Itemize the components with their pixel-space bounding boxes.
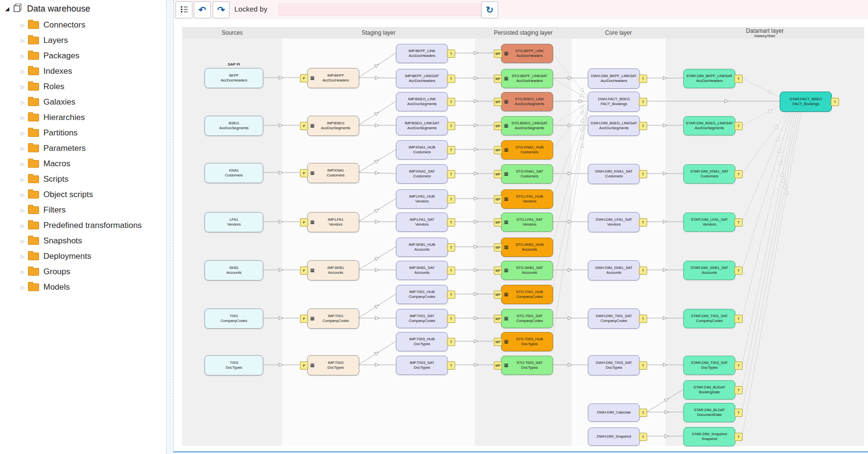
tree-expanded-icon[interactable]: ◢ bbox=[3, 6, 12, 12]
node-stg-lfa1-hub[interactable]: WP▦STG.LFA1_HUBVendors bbox=[501, 189, 553, 209]
node-imp-kna1[interactable]: P▦IMP.KNA1Customers bbox=[307, 163, 359, 183]
load-tag[interactable]: WP bbox=[494, 338, 502, 346]
transform-tag[interactable]: T bbox=[447, 146, 455, 154]
node-dwh-skb1[interactable]: TDWH.DIM_SKB1_SATAccounts bbox=[588, 260, 640, 280]
tree-collapsed-icon[interactable]: ▷ bbox=[18, 100, 27, 105]
transform-tag[interactable]: T bbox=[734, 170, 743, 178]
tree-item-partitions[interactable]: ▷Partitions bbox=[0, 125, 166, 141]
node-dwh-bseg[interactable]: TDWH.DIM_BSEG_LINKSATAccDocSegments bbox=[588, 116, 640, 136]
node-star-fact[interactable]: TSTAR.FACT_BSEGFACT_Bookings bbox=[780, 92, 832, 112]
transform-tag[interactable]: T bbox=[734, 433, 743, 441]
node-imp-lfa1[interactable]: P▦IMP.LFA1Vendors bbox=[307, 212, 359, 232]
load-tag[interactable]: WP bbox=[494, 146, 502, 154]
tree-collapsed-icon[interactable]: ▷ bbox=[18, 53, 27, 59]
node-star-bseg[interactable]: TSTAR.DIM_BSEG_LINKSATAccDocSegments bbox=[683, 116, 735, 135]
node-stg-kna1-sat[interactable]: WP▦STG.KNA1_SATCustomers bbox=[501, 164, 553, 184]
node-dwh-cal[interactable]: TDWH.DIM_Calendar bbox=[588, 403, 640, 422]
transform-tag[interactable]: T bbox=[639, 361, 647, 370]
node-dwh-snap[interactable]: TDWH.DIM_Snapshot bbox=[588, 427, 640, 446]
tree-item-galaxies[interactable]: ▷Galaxies bbox=[0, 94, 166, 110]
load-tag[interactable]: WP bbox=[494, 98, 502, 106]
node-impo-t003-sat[interactable]: TIMP.T003_SATDocTypes bbox=[396, 356, 448, 375]
transform-tag[interactable]: T bbox=[734, 409, 743, 417]
transform-tag[interactable]: T bbox=[639, 122, 647, 130]
transform-tag[interactable]: T bbox=[639, 409, 647, 417]
node-src-t003[interactable]: T003DocTypes bbox=[204, 355, 263, 375]
tree-collapsed-icon[interactable]: ▷ bbox=[18, 146, 27, 151]
load-tag[interactable]: WP bbox=[494, 243, 502, 252]
node-src-lfa1[interactable]: LFA1Vendors bbox=[204, 212, 263, 232]
node-imp-bkpf[interactable]: P▦IMP.BKPFAccDocHeaders bbox=[307, 68, 359, 88]
transform-tag[interactable]: T bbox=[447, 98, 455, 106]
node-imp-t003[interactable]: P▦IMP.T003DocTypes bbox=[307, 355, 359, 375]
node-star-kna1[interactable]: TSTAR.DIM_KNA1_SATCustomers bbox=[683, 164, 735, 184]
transform-tag[interactable]: T bbox=[639, 98, 647, 106]
node-src-skb1[interactable]: SKB1Accounts bbox=[204, 260, 263, 280]
tree-item-parameters[interactable]: ▷Parameters bbox=[0, 141, 166, 156]
node-stg-bseg-link[interactable]: WP▦STG.BSEG_LINKAccDocSegments bbox=[501, 92, 553, 111]
transform-tag[interactable]: T bbox=[639, 433, 647, 441]
tree-collapsed-icon[interactable]: ▷ bbox=[18, 208, 27, 213]
load-tag[interactable]: WP bbox=[494, 218, 502, 227]
node-stg-kna1-hub[interactable]: WP▦STG.KNA1_HUBCustomers bbox=[501, 140, 553, 160]
tree-item-scripts[interactable]: ▷Scripts bbox=[0, 172, 166, 187]
tree-item-packages[interactable]: ▷Packages bbox=[0, 48, 166, 64]
transform-tag[interactable]: T bbox=[447, 75, 455, 83]
tree-item-predefined-transformations[interactable]: ▷Predefined transformations bbox=[0, 218, 166, 233]
node-impo-bkpf-link[interactable]: TIMP.BKPF_LINKAccDocHeaders bbox=[396, 44, 448, 63]
node-src-bkpf[interactable]: SAP FIBKPFAccDocHeaders bbox=[204, 68, 263, 88]
node-stg-t001-hub[interactable]: WP▦STG.T001_HUBCompanyCodes bbox=[501, 285, 553, 304]
tree-item-macros[interactable]: ▷Macros bbox=[0, 156, 166, 172]
load-tag[interactable]: WP bbox=[494, 315, 502, 323]
tree-collapsed-icon[interactable]: ▷ bbox=[18, 177, 27, 182]
node-impo-lfa1-hub[interactable]: TIMP.LFA1_HUBVendors bbox=[396, 189, 448, 209]
redo-button[interactable]: ↷ bbox=[213, 1, 230, 18]
node-star-budat[interactable]: TSTAR.DIM_BUDATBookingDate bbox=[683, 380, 735, 400]
tree-collapsed-icon[interactable]: ▷ bbox=[18, 269, 27, 275]
transform-tag[interactable]: T bbox=[447, 315, 455, 323]
node-dwh-t003[interactable]: TDWH.DIM_T003_SATDocTypes bbox=[588, 355, 640, 375]
node-stg-bkpf-link[interactable]: WP▦STG.BKPF_LINKAccDocHeaders bbox=[501, 44, 553, 63]
node-dwh-bkpf[interactable]: TDWH.DIM_BKPF_LINKSATAccDocHeaders bbox=[588, 68, 640, 89]
node-impo-t001-hub[interactable]: TIMP.T001_HUBCompanyCodes bbox=[396, 285, 448, 304]
load-tag[interactable]: WP bbox=[494, 122, 502, 130]
node-src-kna1[interactable]: KNA1Customers bbox=[204, 163, 263, 183]
tree-item-deployments[interactable]: ▷Deployments bbox=[0, 249, 166, 264]
load-tag[interactable]: WP bbox=[494, 170, 502, 178]
load-tag[interactable]: WP bbox=[494, 291, 502, 299]
load-tag[interactable]: WP bbox=[494, 195, 502, 203]
node-impo-kna1-hub[interactable]: TIMP.KNA1_HUBCustomers bbox=[396, 140, 448, 160]
transform-tag[interactable]: T bbox=[734, 218, 743, 227]
node-stg-skb1-sat[interactable]: WP▦STG.SKB1_SATAccounts bbox=[501, 261, 553, 280]
node-star-bkpf[interactable]: TSTAR.DIM_BKPF_LINKSATAccDocHeaders bbox=[683, 69, 735, 88]
undo-button[interactable]: ↶ bbox=[194, 1, 211, 18]
tree-item-object-scripts[interactable]: ▷Object scripts bbox=[0, 187, 166, 202]
node-impo-t001-sat[interactable]: TIMP.T001_SATCompanyCodes bbox=[396, 309, 448, 328]
node-star-snap[interactable]: TSTAR.DIM_SnapshotSnapshot bbox=[683, 427, 735, 446]
node-impo-bseg-linksat[interactable]: TIMP.BSEG_LINKSATAccDocSegments bbox=[396, 116, 448, 135]
load-tag[interactable]: P bbox=[300, 315, 308, 323]
transform-tag[interactable]: T bbox=[447, 267, 455, 275]
node-stg-bseg-linksat[interactable]: WP▦STG.BSEG_LINKSATAccDocSegments bbox=[501, 116, 553, 135]
tree-collapsed-icon[interactable]: ▷ bbox=[18, 38, 27, 43]
transform-tag[interactable]: T bbox=[734, 75, 743, 83]
node-stg-t003-sat[interactable]: WP▦STG.T003_SATDocTypes bbox=[501, 356, 553, 375]
tree-collapsed-icon[interactable]: ▷ bbox=[18, 84, 27, 90]
load-tag[interactable]: P bbox=[300, 267, 308, 275]
tree-collapsed-icon[interactable]: ▷ bbox=[18, 23, 27, 28]
node-impo-t003-hub[interactable]: TIMP.T003_HUBDocTypes bbox=[396, 332, 448, 351]
tree-collapsed-icon[interactable]: ▷ bbox=[18, 69, 27, 74]
load-tag[interactable]: WP bbox=[494, 75, 502, 83]
transform-tag[interactable]: T bbox=[447, 218, 455, 227]
tree-collapsed-icon[interactable]: ▷ bbox=[18, 285, 27, 290]
node-dwh-lfa1[interactable]: TDWH.DIM_LFA1_SATVendors bbox=[588, 212, 640, 232]
node-impo-kna1-sat[interactable]: TIMP.KNA1_SATCustomers bbox=[396, 164, 448, 184]
sidebar-splitter[interactable] bbox=[166, 0, 174, 454]
load-tag[interactable]: P bbox=[300, 122, 308, 130]
node-stg-bkpf-linksat[interactable]: WP▦STG.BKPF_LINKSATAccDocHeaders bbox=[501, 69, 553, 88]
transform-tag[interactable]: T bbox=[734, 386, 743, 394]
details-list-button[interactable] bbox=[176, 1, 192, 18]
transform-tag[interactable]: T bbox=[639, 315, 647, 323]
node-stg-t003-hub[interactable]: WP▦STG.T003_HUBDocTypes bbox=[501, 332, 553, 351]
node-impo-bseg-link[interactable]: TIMP.BSEG_LINKAccDocSegments bbox=[396, 92, 448, 111]
